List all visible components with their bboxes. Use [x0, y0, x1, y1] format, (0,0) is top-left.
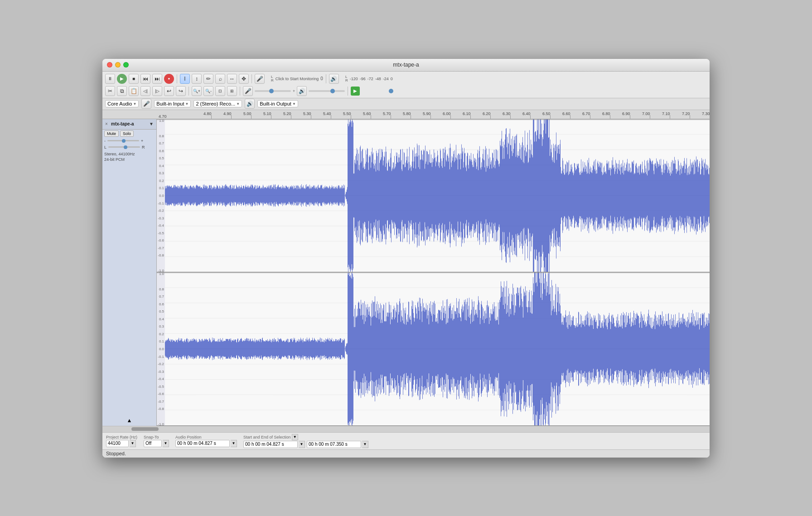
- input-gain-slider[interactable]: [255, 90, 291, 92]
- timeline-ruler[interactable]: 4.70 4.804.905.005.105.205.305.405.505.6…: [102, 110, 710, 119]
- snap-to-input[interactable]: Off: [144, 440, 162, 447]
- waveform-canvas-1[interactable]: [157, 119, 710, 272]
- trim-audio-left-button[interactable]: ◁|: [140, 86, 150, 96]
- multi-tool-button[interactable]: ✥: [239, 74, 249, 84]
- db-label-48: -48: [375, 77, 381, 81]
- cut-button[interactable]: ✂: [105, 86, 115, 96]
- ruler-mark-6.10: 6.10: [470, 115, 471, 119]
- track-close-button[interactable]: ×: [104, 121, 109, 127]
- project-rate-input[interactable]: 44100: [106, 440, 129, 447]
- speaker-icon: 🔊: [329, 74, 339, 84]
- selection-end-dropdown-button[interactable]: ▼: [362, 441, 368, 448]
- track-info: Stereo, 44100Hz 24-bit PCM: [102, 150, 156, 164]
- trim-audio-right-button[interactable]: |▷: [152, 86, 162, 96]
- selection-start-input[interactable]: 00 h 00 m 04.827 s: [243, 441, 298, 448]
- db-label-96: -96: [360, 77, 366, 81]
- pan-right-label: R: [142, 145, 145, 149]
- selection-end-input[interactable]: 00 h 00 m 07.350 s: [307, 441, 361, 448]
- track-dropdown-button[interactable]: ▼: [148, 121, 155, 128]
- minimize-window-button[interactable]: [115, 62, 121, 68]
- maximize-window-button[interactable]: [123, 62, 129, 68]
- snap-to-control: Off ▼: [144, 440, 169, 447]
- audio-position-dropdown-button[interactable]: ▼: [231, 440, 237, 447]
- speaker-device-icon: 🔊: [245, 99, 255, 109]
- skip-start-button[interactable]: ⏮: [140, 74, 150, 84]
- selection-end-control: 00 h 00 m 07.350 s ▼: [307, 441, 368, 448]
- skip-end-button[interactable]: ⏭: [152, 74, 162, 84]
- zoom-out-button[interactable]: 🔍-: [203, 86, 213, 96]
- ruler-start-value: 4.70: [159, 114, 167, 119]
- track-mute-solo: Mute Solo: [102, 130, 156, 138]
- green-play-button[interactable]: ▶: [351, 87, 360, 96]
- waveform-channel-1[interactable]: [157, 119, 710, 273]
- snap-to-group: Snap-To Off ▼: [144, 435, 169, 447]
- record-button[interactable]: ●: [164, 74, 174, 84]
- ruler-mark-4.80: 4.80: [211, 115, 212, 119]
- sep-6: [348, 87, 348, 96]
- project-rate-dropdown-button[interactable]: ▼: [130, 440, 136, 447]
- track-collapse-button[interactable]: ▲: [126, 417, 133, 424]
- channels-select[interactable]: 2 (Stereo) Reco... ▼: [193, 100, 242, 107]
- snap-to-dropdown-button[interactable]: ▼: [163, 440, 169, 447]
- output-level-area: LR -120 -96 -72 -48 -24 0: [345, 75, 393, 82]
- audio-position-input[interactable]: 00 h 00 m 04.827 s: [175, 440, 230, 447]
- close-window-button[interactable]: [107, 62, 112, 68]
- pan-row: L R: [104, 145, 155, 149]
- main-window: mtx-tape-a ⏸ ▶ ■ ⏮ ⏭ ● I ↕ ✏ ⌕ ↔ ✥ 🎤 LR …: [102, 59, 710, 458]
- audio-host-select[interactable]: Core Audio ▼: [105, 100, 139, 107]
- redo-button[interactable]: ↪: [176, 86, 186, 96]
- waveform-canvas-2[interactable]: [157, 272, 710, 425]
- input-level-value: 0: [320, 76, 323, 81]
- paste-button[interactable]: 📋: [129, 86, 139, 96]
- lr-label-output: LR: [345, 75, 348, 82]
- selection-mode-dropdown-button[interactable]: ▼: [292, 434, 298, 440]
- zoom-in-button[interactable]: 🔍+: [192, 86, 202, 96]
- zoom-tool-button[interactable]: ⌕: [215, 74, 225, 84]
- playback-indicator: [389, 89, 393, 93]
- project-rate-label: Project Rate (Hz): [106, 435, 137, 439]
- copy-button[interactable]: ⧉: [117, 86, 127, 96]
- traffic-lights: [107, 62, 129, 68]
- audio-position-label: Audio Position: [175, 435, 237, 439]
- gain-plus-label: +: [141, 139, 143, 143]
- project-rate-value: 44100: [108, 441, 121, 446]
- ruler-mark-5.30: 5.30: [311, 115, 311, 119]
- selection-start-dropdown-button[interactable]: ▼: [299, 441, 305, 448]
- scrollbar-thumb[interactable]: [131, 427, 159, 431]
- track-area: × mtx-tape-a ▼ Mute Solo - + L: [102, 119, 710, 426]
- waveform-area[interactable]: [157, 119, 710, 426]
- horizontal-scrollbar[interactable]: [102, 426, 710, 432]
- output-device-select[interactable]: Built-in Output ▼: [257, 100, 298, 107]
- gain-slider[interactable]: [107, 140, 139, 141]
- solo-button[interactable]: Solo: [120, 130, 134, 137]
- channels-dropdown-icon: ▼: [236, 102, 240, 106]
- mic-device-icon: 🎤: [141, 99, 151, 109]
- audio-position-value: 00 h 00 m 04.827 s: [177, 441, 216, 446]
- mute-button[interactable]: Mute: [104, 130, 119, 137]
- zoom-fit-button[interactable]: ⊞: [227, 86, 237, 96]
- draw-tool-button[interactable]: ✏: [203, 74, 213, 84]
- gain-row: - +: [104, 139, 155, 143]
- ruler-mark-6.40: 6.40: [530, 115, 531, 119]
- zoom-sel-button[interactable]: ⊡: [215, 86, 225, 96]
- input-device-select[interactable]: Built-in Input ▼: [154, 100, 191, 107]
- monitor-label[interactable]: Click to Start Monitoring: [276, 77, 319, 81]
- project-rate-control: 44100 ▼: [106, 440, 137, 447]
- selection-tool-button[interactable]: I: [180, 74, 190, 84]
- pan-slider[interactable]: [108, 146, 140, 148]
- pause-button[interactable]: ⏸: [105, 74, 115, 84]
- waveform-channel-2[interactable]: [157, 272, 710, 426]
- lr-label-input: LR: [271, 75, 274, 82]
- output-gain-slider[interactable]: [309, 90, 345, 92]
- sep-4: [188, 87, 189, 96]
- ruler-mark-5.20: 5.20: [291, 115, 291, 119]
- track-header: × mtx-tape-a ▼: [102, 119, 156, 130]
- stop-button[interactable]: ■: [129, 74, 139, 84]
- envelope-tool-button[interactable]: ↕: [192, 74, 202, 84]
- timeshift-tool-button[interactable]: ↔: [227, 74, 237, 84]
- play-button[interactable]: ▶: [117, 74, 127, 84]
- undo-button[interactable]: ↩: [164, 86, 174, 96]
- audio-host-label: Core Audio: [107, 101, 132, 106]
- audio-position-control: 00 h 00 m 04.827 s ▼: [175, 440, 237, 447]
- ruler-content: 4.804.905.005.105.205.305.405.505.605.70…: [211, 110, 710, 119]
